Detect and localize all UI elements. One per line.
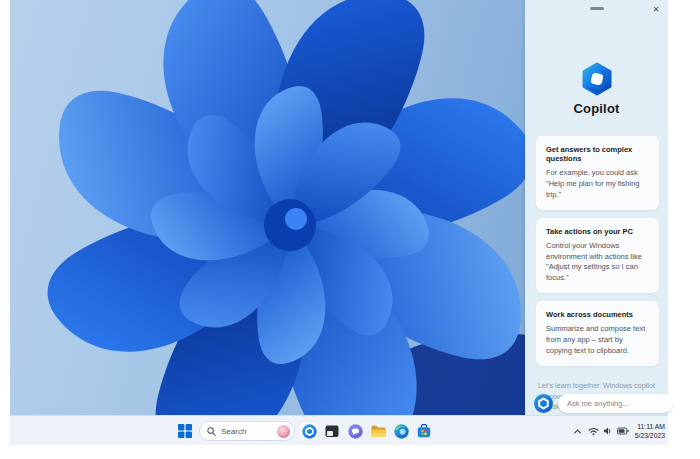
suggestion-cards: Get answers to complex questions For exa…	[525, 136, 668, 366]
hidden-icons-button[interactable]	[573, 427, 582, 436]
taskbar-edge-button[interactable]	[392, 422, 410, 440]
suggestion-card-actions[interactable]: Take actions on your PC Control your Win…	[536, 218, 659, 294]
taskbar-task-view-button[interactable]	[323, 422, 341, 440]
suggestion-card-answers[interactable]: Get answers to complex questions For exa…	[536, 136, 659, 210]
desktop[interactable]	[10, 0, 525, 415]
taskbar-file-explorer-button[interactable]	[369, 422, 387, 440]
search-label: Search	[221, 427, 272, 436]
copilot-badge-icon	[534, 394, 553, 413]
search-icon	[207, 427, 216, 436]
system-tray: 11:11 AM 5/23/2023	[573, 416, 668, 446]
taskbar-apps: Search	[176, 416, 433, 446]
copilot-icon	[302, 424, 317, 439]
chat-icon	[348, 424, 363, 439]
battery-icon	[617, 427, 629, 435]
taskbar: Search	[10, 415, 668, 445]
copilot-input-row	[534, 393, 663, 413]
search-highlight-image	[277, 425, 290, 438]
edge-icon	[394, 424, 409, 439]
card-title: Get answers to complex questions	[546, 145, 649, 163]
file-explorer-icon	[371, 425, 386, 438]
clock[interactable]: 11:11 AM 5/23/2023	[635, 422, 665, 440]
search-box[interactable]: Search	[199, 421, 295, 441]
card-body: Control your Windows environment with ac…	[546, 241, 649, 285]
copilot-panel: ✕ Copilot Get answers to complex questio…	[525, 0, 668, 415]
copilot-logo-icon	[580, 62, 614, 96]
taskbar-store-button[interactable]	[415, 422, 433, 440]
suggestion-card-documents[interactable]: Work across documents Summarize and comp…	[536, 301, 659, 366]
card-title: Take actions on your PC	[546, 227, 649, 236]
network-volume-battery-button[interactable]	[588, 426, 629, 436]
card-title: Work across documents	[546, 310, 649, 319]
clock-date: 5/23/2023	[635, 431, 665, 440]
clock-time: 11:11 AM	[635, 422, 665, 431]
task-view-icon	[325, 425, 339, 438]
ask-me-anything-input[interactable]	[558, 394, 673, 413]
bloom-wallpaper	[10, 0, 525, 415]
card-body: Summarize and compose text from any app …	[546, 324, 649, 357]
panel-title: Copilot	[525, 101, 668, 116]
start-button[interactable]	[176, 422, 194, 440]
wifi-icon	[588, 426, 599, 436]
card-body: For example, you could ask "Help me plan…	[546, 168, 649, 201]
windows-screen: ✕ Copilot Get answers to complex questio…	[10, 0, 668, 445]
volume-icon	[603, 426, 613, 436]
minimize-handle[interactable]	[590, 7, 604, 10]
taskbar-chat-button[interactable]	[346, 422, 364, 440]
chevron-up-icon	[573, 427, 582, 436]
taskbar-copilot-button[interactable]	[300, 422, 318, 440]
close-icon[interactable]: ✕	[650, 3, 662, 15]
windows-start-icon	[178, 424, 192, 438]
store-icon	[417, 424, 431, 438]
